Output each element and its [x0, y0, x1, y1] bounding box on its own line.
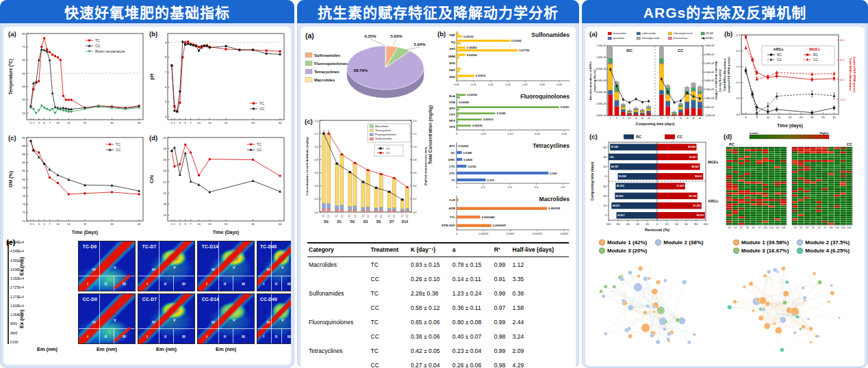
svg-text:26: 26 [163, 158, 166, 161]
svg-text:85.333: 85.333 [617, 185, 624, 187]
eem-region-label: II [224, 334, 226, 339]
legend-item: Module 3 (16.67%) [733, 248, 789, 254]
svg-text:0: 0 [456, 232, 458, 235]
svg-text:10: 10 [766, 116, 769, 119]
svg-text:60: 60 [685, 222, 688, 226]
svg-text:TC: TC [257, 142, 261, 146]
svg-text:D5: D5 [376, 220, 381, 224]
middle-right-column: Total Concentration (mg/kg) 0.000.010.01… [428, 29, 573, 240]
svg-text:(copies/g dry wt.): (copies/g dry wt.) [593, 69, 596, 92]
svg-text:Macrolides: Macrolides [375, 124, 389, 128]
svg-text:(b): (b) [724, 30, 732, 38]
svg-text:7: 7 [190, 222, 192, 226]
left-line-charts: 01357101420304020304050607080Temperature… [6, 29, 288, 239]
eem-region-line [257, 276, 291, 276]
eem-map-TC-D14: TC-D14IIIIIIIVV [197, 241, 255, 291]
svg-text:60: 60 [22, 58, 25, 62]
svg-text:RC: RC [636, 135, 641, 139]
svg-text:0.4: 0.4 [508, 185, 512, 189]
svg-text:88.062: 88.062 [691, 166, 699, 168]
eem-region-line [271, 294, 272, 343]
eem-region-label: IV [152, 267, 156, 272]
eem-region-label: II [224, 282, 226, 286]
svg-text:sulfonamide: sulfonamide [642, 32, 656, 35]
svg-text:β-lactamase: β-lactamase [674, 37, 688, 40]
svg-text:pH: pH [149, 73, 155, 79]
om-chart: 0135710142030407072747678808284868890OM … [6, 133, 147, 239]
svg-text:40: 40 [832, 116, 836, 119]
svg-text:7.00E+08: 7.00E+08 [704, 44, 715, 47]
svg-text:30: 30 [22, 98, 25, 101]
eem-region-label: I [146, 282, 148, 286]
svg-text:7: 7 [190, 121, 192, 124]
svg-text:ATC: ATC [449, 144, 456, 148]
svg-text:RC: RC [813, 53, 818, 57]
svg-text:CTC: CTC [449, 165, 456, 168]
table-row: MacrolidesTC0.93 ± 0.150.78 ± 0.150.991.… [307, 257, 569, 272]
eem-region-line [233, 276, 233, 291]
svg-text:40: 40 [698, 117, 701, 120]
svg-text:CC: CC [386, 151, 390, 155]
eem-region-label: III [182, 282, 186, 286]
table-cell: 0.38 [511, 286, 569, 300]
module-label: Module 2 (38%) [663, 239, 703, 246]
svg-text:10: 10 [197, 222, 201, 226]
svg-text:TC: TC [322, 214, 325, 218]
svg-text:CC: CC [354, 214, 357, 218]
eem-ylabel: Ex (nm) [18, 293, 76, 344]
svg-text:0.5: 0.5 [736, 96, 740, 100]
eem-xlabel: Em (nm) [18, 346, 76, 355]
svg-text:0.01: 0.01 [471, 83, 476, 86]
svg-text:CC: CC [367, 214, 370, 218]
svg-text:1.0: 1.0 [736, 81, 740, 84]
svg-text:10: 10 [603, 204, 607, 207]
svg-text:Absolute abundance of ARGs: Absolute abundance of ARGs [589, 61, 592, 100]
svg-text:0.0: 0.0 [840, 78, 844, 81]
eem-region-label: V [114, 265, 116, 270]
svg-text:D20: D20 [841, 226, 845, 229]
eem-fluorescence-section: (e)Ex (nm)TC-D0IIIIIIIVVTC-D7IIIIIIIVVTC… [6, 241, 288, 355]
svg-text:(c): (c) [8, 134, 16, 142]
table-cell: 3.24 [511, 329, 569, 343]
colorbar-gradient [8, 241, 9, 344]
table-cell: 0.98 [493, 329, 511, 343]
eem-map-label: TC-D7 [142, 244, 157, 249]
eem-tag: (e) [6, 238, 15, 246]
svg-text:1.2: 1.2 [314, 132, 318, 135]
antibiotic-pie-chart: 5.03%5.94%88.79%0.25%SulfonamidesFluoroq… [303, 29, 428, 117]
panel-antibiotics: 抗生素的赋存特征及降解动力学分析 5.03%5.94%88.79%0.25%Su… [297, 0, 579, 368]
table-cell: Tetracyclines [307, 343, 370, 358]
table-row: CC0.58 ± 0.120.36 ± 0.110.971.58 [307, 300, 569, 315]
svg-text:30: 30 [163, 136, 166, 140]
table-cell: 0.26 ± 0.10 [409, 272, 451, 286]
panel-title-composting: 快速好氧堆肥的基础指标 [0, 0, 294, 23]
svg-text:20: 20 [646, 222, 649, 226]
network-column-1: Module 1 (42%)Module 2 (38%)Module 3 (20… [588, 237, 722, 363]
panel-title-args: ARGs的去除及反弹机制 [582, 0, 868, 23]
svg-text:1.20E+09: 1.20E+09 [596, 44, 607, 47]
svg-text:40: 40 [675, 222, 678, 226]
svg-text:40: 40 [279, 222, 282, 226]
eem-region-label: V [233, 318, 235, 322]
svg-text:D0: D0 [324, 220, 329, 224]
svg-text:D40: D40 [782, 226, 786, 229]
table-cell: 0.58 ± 0.12 [409, 300, 451, 315]
svg-text:TC: TC [348, 214, 351, 218]
svg-text:100: 100 [610, 156, 614, 159]
svg-text:86: 86 [22, 153, 25, 156]
svg-text:3: 3 [667, 117, 669, 120]
svg-text:30: 30 [603, 194, 607, 198]
svg-text:D3: D3 [746, 226, 749, 229]
svg-text:14: 14 [67, 121, 71, 124]
svg-text:CC: CC [678, 49, 684, 53]
table-cell: CC [370, 272, 409, 286]
svg-text:Composting time (days): Composting time (days) [590, 161, 594, 200]
svg-text:5: 5 [605, 174, 607, 178]
svg-text:(copies/16S rRNA genes): (copies/16S rRNA genes) [853, 57, 856, 93]
svg-text:CC: CC [341, 214, 344, 218]
legend-item: Module 4 (6.25%) [797, 248, 850, 254]
svg-text:TC: TC [116, 142, 120, 146]
eem-region-label: V [281, 318, 284, 322]
svg-text:0.8: 0.8 [561, 185, 565, 189]
svg-text:Macrolides: Macrolides [314, 78, 335, 82]
